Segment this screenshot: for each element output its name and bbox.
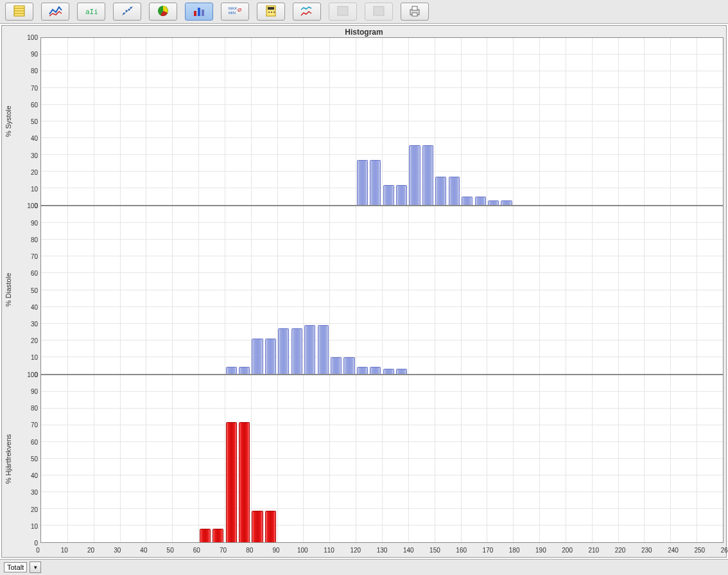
- histogram-bar: [435, 177, 446, 205]
- tbtn-text-icon: aIi: [84, 4, 98, 19]
- y-tick: 70: [19, 253, 38, 260]
- y-tick: 30: [19, 489, 38, 496]
- plot-area: [40, 206, 724, 374]
- histogram-bar: [239, 422, 250, 542]
- tbtn-multi[interactable]: [293, 3, 321, 21]
- tbtn-line[interactable]: [41, 3, 69, 21]
- tbtn-print[interactable]: [401, 3, 429, 21]
- svg-rect-11: [194, 11, 196, 16]
- x-tick: 240: [668, 547, 679, 554]
- y-axis: 0102030405060708090100: [16, 37, 40, 206]
- histogram-bar: [449, 177, 460, 205]
- histogram-bar: [501, 200, 512, 206]
- svg-point-19: [268, 12, 270, 13]
- x-tick: 60: [193, 547, 200, 554]
- histogram-bar: [278, 328, 289, 373]
- histogram-bar: [357, 367, 368, 373]
- chart-panels: % Systole0102030405060708090100% Diastol…: [2, 37, 726, 545]
- x-tick: 80: [246, 547, 253, 554]
- tbtn-calc-icon: [264, 4, 278, 19]
- y-tick: 90: [19, 51, 38, 58]
- range-select[interactable]: Totalt: [4, 562, 27, 572]
- x-tick: 170: [483, 547, 494, 554]
- svg-rect-22: [338, 6, 348, 15]
- histogram-bar: [265, 511, 276, 542]
- tbtn-pie-icon: [156, 4, 170, 19]
- svg-rect-12: [198, 8, 200, 16]
- histogram-bar: [226, 367, 237, 373]
- tbtn-histogram-icon: [192, 4, 206, 19]
- histogram-bar: [396, 369, 407, 374]
- svg-text:MIN: MIN: [229, 11, 236, 15]
- histogram-bar: [396, 185, 407, 205]
- chart-panel-1: % Diastole0102030405060708090100: [4, 206, 724, 374]
- y-tick: 40: [19, 303, 38, 310]
- y-tick: 70: [19, 84, 38, 91]
- x-tick: 30: [114, 547, 121, 554]
- y-tick: 40: [19, 472, 38, 479]
- y-tick: 90: [19, 387, 38, 394]
- y-axis-label: % Systole: [4, 37, 16, 206]
- x-tick: 40: [140, 547, 147, 554]
- x-tick: 220: [615, 547, 626, 554]
- svg-point-6: [123, 13, 125, 15]
- range-dropdown-button[interactable]: ▾: [30, 562, 41, 573]
- y-tick: 50: [19, 455, 38, 462]
- y-tick: 100: [19, 34, 38, 41]
- y-tick: 40: [19, 135, 38, 142]
- y-tick: 70: [19, 421, 38, 429]
- histogram-bar: [265, 339, 276, 374]
- y-tick: 20: [19, 168, 38, 175]
- histogram-bar: [422, 145, 433, 206]
- svg-point-7: [126, 10, 128, 12]
- svg-rect-23: [374, 6, 384, 15]
- x-tick: 70: [220, 547, 227, 554]
- x-tick: 130: [377, 547, 388, 554]
- y-tick: 10: [19, 522, 38, 529]
- y-axis: 0102030405060708090100: [16, 375, 40, 543]
- x-tick: 0: [36, 547, 40, 554]
- histogram-bar: [212, 529, 223, 542]
- y-tick: 80: [19, 405, 38, 412]
- tbtn-gray1-icon: [336, 4, 350, 19]
- tbtn-pie[interactable]: [149, 3, 177, 21]
- tbtn-sheet[interactable]: [5, 3, 33, 21]
- histogram-bar: [462, 197, 472, 205]
- tbtn-gray2-icon: [372, 4, 386, 19]
- x-tick: 50: [167, 547, 174, 554]
- plot-area: [40, 37, 724, 206]
- x-tick: 140: [403, 547, 414, 554]
- x-tick: 110: [324, 547, 334, 554]
- tbtn-gray2[interactable]: [365, 3, 393, 21]
- svg-text:Ø: Ø: [238, 7, 241, 13]
- histogram-bar: [304, 325, 315, 373]
- tbtn-print-icon: [408, 4, 422, 19]
- histogram-bar: [252, 511, 263, 542]
- svg-rect-18: [268, 7, 274, 10]
- histogram-bar: [200, 529, 211, 542]
- x-tick: 180: [509, 547, 520, 554]
- tbtn-gray1[interactable]: [329, 3, 357, 21]
- y-axis: 0102030405060708090100: [16, 206, 40, 374]
- y-tick: 30: [19, 320, 38, 327]
- histogram-bar: [409, 145, 420, 206]
- histogram-bar: [331, 357, 342, 374]
- chart-panel-2: % Hjärtfrekvens0102030405060708090100: [4, 375, 724, 543]
- y-tick: 60: [19, 270, 38, 277]
- chart-panel-0: % Systole0102030405060708090100: [4, 37, 724, 206]
- x-tick: 90: [273, 547, 280, 554]
- y-tick: 20: [19, 337, 38, 344]
- y-tick: 100: [19, 202, 38, 209]
- tbtn-maxmin-icon: MAXMINØ: [228, 4, 242, 19]
- toolbar: aIiMAXMINØ: [0, 0, 728, 24]
- tbtn-scatter[interactable]: [113, 3, 141, 21]
- x-tick: 100: [297, 547, 308, 554]
- tbtn-calc[interactable]: [257, 3, 285, 21]
- tbtn-text[interactable]: aIi: [77, 3, 105, 21]
- y-tick: 60: [19, 101, 38, 108]
- histogram-bar: [239, 367, 250, 373]
- tbtn-histogram[interactable]: [185, 3, 213, 21]
- y-tick: 10: [19, 354, 38, 361]
- tbtn-maxmin[interactable]: MAXMINØ: [221, 3, 249, 21]
- x-tick: 120: [350, 547, 361, 554]
